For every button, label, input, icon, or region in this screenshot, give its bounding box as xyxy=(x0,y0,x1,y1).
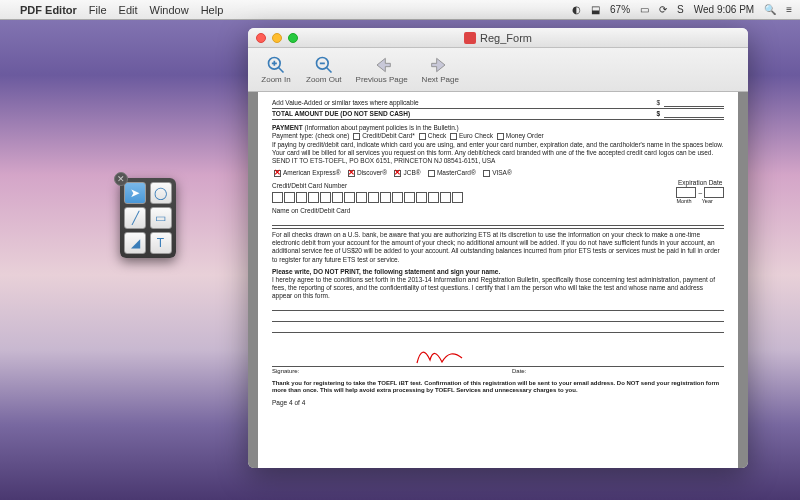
menu-help[interactable]: Help xyxy=(201,4,224,16)
svg-line-1 xyxy=(279,68,284,73)
notification-icon[interactable]: ≡ xyxy=(786,4,792,15)
checkbox-credit[interactable] xyxy=(353,133,360,140)
menu-edit[interactable]: Edit xyxy=(119,4,138,16)
battery-percent: 67% xyxy=(610,4,630,15)
toolbar: Zoom In Zoom Out Previous Page Next Page xyxy=(248,48,748,92)
card-note: If paying by credit/debit card, indicate… xyxy=(272,141,724,157)
write-line-2[interactable] xyxy=(272,312,724,322)
signature-label: Signature: xyxy=(272,368,472,376)
previous-page-button[interactable]: Previous Page xyxy=(350,53,414,86)
ccnum-label: Credit/Debit Card Number xyxy=(272,182,463,190)
page-number: Page 4 of 4 xyxy=(272,399,724,407)
status-icon-2[interactable]: S xyxy=(677,4,684,15)
next-page-button[interactable]: Next Page xyxy=(416,53,465,86)
tool-rectangle[interactable]: ▭ xyxy=(150,207,172,229)
card-number-field[interactable] xyxy=(272,192,463,203)
checkbox-discover[interactable] xyxy=(348,170,355,177)
send-to: SEND IT TO ETS-TOEFL, PO BOX 6151, PRINC… xyxy=(272,157,724,165)
app-name[interactable]: PDF Editor xyxy=(20,4,77,16)
checkbox-amex[interactable] xyxy=(274,170,281,177)
fast-user-icon[interactable]: ◐ xyxy=(572,4,581,15)
next-arrow-icon xyxy=(430,55,450,75)
palette-close-button[interactable]: ✕ xyxy=(114,172,128,186)
document-viewport[interactable]: Add Value-Added or similar taxes where a… xyxy=(248,92,748,468)
menu-window[interactable]: Window xyxy=(150,4,189,16)
dropbox-icon[interactable]: ⬓ xyxy=(591,4,600,15)
checks-note: For all checks drawn on a U.S. bank, be … xyxy=(272,228,724,264)
zoom-out-button[interactable]: Zoom Out xyxy=(300,53,348,86)
zoom-out-icon xyxy=(314,55,334,75)
checkbox-jcb[interactable] xyxy=(394,170,401,177)
line-add-value: Add Value-Added or similar taxes where a… xyxy=(272,99,656,107)
document-window: Reg_Form Zoom In Zoom Out Previous Page … xyxy=(248,28,748,468)
write-line-1[interactable] xyxy=(272,301,724,311)
zoom-in-icon xyxy=(266,55,286,75)
menu-file[interactable]: File xyxy=(89,4,107,16)
checkbox-mastercard[interactable] xyxy=(428,170,435,177)
line-total: TOTAL AMOUNT DUE (DO NOT SEND CASH) xyxy=(272,110,656,118)
write-line-3[interactable] xyxy=(272,323,724,333)
window-title: Reg_Form xyxy=(464,32,532,44)
signature-field[interactable] xyxy=(272,337,724,367)
tool-text[interactable]: T xyxy=(150,232,172,254)
battery-icon[interactable]: ▭ xyxy=(640,4,649,15)
minimize-button[interactable] xyxy=(272,33,282,43)
expiration-field[interactable]: – xyxy=(676,187,724,198)
name-on-card-field[interactable] xyxy=(272,216,724,226)
date-label: Date: xyxy=(512,368,526,376)
please-write: Please write, DO NOT PRINT, the followin… xyxy=(272,268,724,276)
checkbox-check[interactable] xyxy=(419,133,426,140)
svg-line-5 xyxy=(326,68,331,73)
tool-highlight[interactable]: ◢ xyxy=(124,232,146,254)
expdate-label: Expiration Date xyxy=(676,179,724,187)
tool-palette[interactable]: ✕ ➤ ◯ ╱ ▭ ◢ T xyxy=(120,178,176,258)
payment-header: PAYMENT xyxy=(272,124,303,131)
thank-you: Thank you for registering to take the TO… xyxy=(272,380,724,395)
prev-arrow-icon xyxy=(372,55,392,75)
agreement-text: I hereby agree to the conditions set for… xyxy=(272,276,724,300)
macos-menubar: PDF Editor File Edit Window Help ◐ ⬓ 67%… xyxy=(0,0,800,20)
close-button[interactable] xyxy=(256,33,266,43)
name-on-card-label: Name on Credit/Debit Card xyxy=(272,207,724,215)
checkbox-money[interactable] xyxy=(497,133,504,140)
status-icon[interactable]: ⟳ xyxy=(659,4,667,15)
window-titlebar[interactable]: Reg_Form xyxy=(248,28,748,48)
pdf-page[interactable]: Add Value-Added or similar taxes where a… xyxy=(258,92,738,468)
signature-mark xyxy=(412,338,482,368)
checkbox-visa[interactable] xyxy=(483,170,490,177)
payment-type-label: Payment type: (check one) xyxy=(272,132,349,139)
tool-pointer[interactable]: ➤ xyxy=(124,182,146,204)
zoom-in-button[interactable]: Zoom In xyxy=(254,53,298,86)
clock: Wed 9:06 PM xyxy=(694,4,754,15)
zoom-button[interactable] xyxy=(288,33,298,43)
checkbox-euro[interactable] xyxy=(450,133,457,140)
tool-ellipse[interactable]: ◯ xyxy=(150,182,172,204)
tool-line[interactable]: ╱ xyxy=(124,207,146,229)
spotlight-icon[interactable]: 🔍 xyxy=(764,4,776,15)
